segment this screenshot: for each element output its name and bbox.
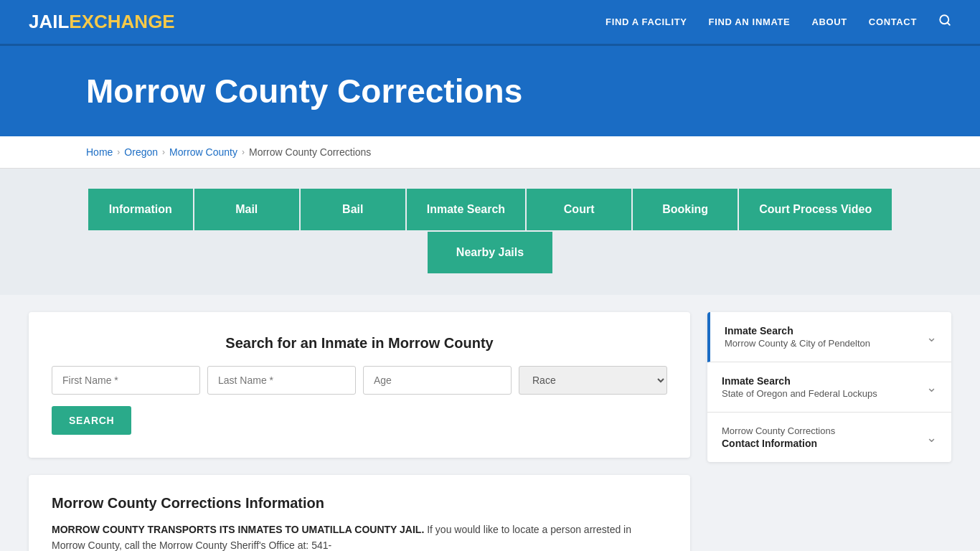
tab-court[interactable]: Court bbox=[527, 189, 633, 232]
nav-contact[interactable]: CONTACT bbox=[869, 17, 917, 27]
sidebar-item-left-2: Inmate Search State of Oregon and Federa… bbox=[722, 375, 877, 399]
breadcrumb-morrow-county[interactable]: Morrow County bbox=[169, 146, 237, 158]
info-title: Morrow County Corrections Information bbox=[52, 495, 667, 512]
right-panel: Inmate Search Morrow County & City of Pe… bbox=[707, 312, 951, 551]
sidebar-item-subtitle-2: State of Oregon and Federal Lockups bbox=[722, 388, 877, 399]
breadcrumb: Home › Oregon › Morrow County › Morrow C… bbox=[0, 136, 980, 169]
race-select[interactable]: Race bbox=[519, 366, 667, 395]
search-button[interactable]: SEARCH bbox=[52, 406, 131, 435]
sidebar-item-left-contact: Morrow County Corrections Contact Inform… bbox=[722, 425, 835, 449]
info-bold: MORROW COUNTY TRANSPORTS ITS INMATES TO … bbox=[52, 524, 424, 535]
logo-jail: JAIL bbox=[29, 11, 69, 33]
search-icon bbox=[938, 14, 951, 27]
nav-find-inmate[interactable]: FIND AN INMATE bbox=[709, 17, 791, 27]
tab-inmate-search[interactable]: Inmate Search bbox=[407, 189, 527, 232]
age-input[interactable] bbox=[363, 366, 512, 395]
breadcrumb-sep-1: › bbox=[117, 147, 120, 157]
sidebar-item-subtitle-1: Morrow County & City of Pendelton bbox=[725, 338, 870, 349]
sidebar-item-contact[interactable]: Morrow County Corrections Contact Inform… bbox=[707, 413, 951, 462]
left-panel: Search for an Inmate in Morrow County Ra… bbox=[29, 312, 690, 551]
site-logo[interactable]: JAILEXCHANGE bbox=[29, 11, 175, 33]
main-content: Search for an Inmate in Morrow County Ra… bbox=[0, 295, 980, 551]
chevron-down-icon-3: ⌄ bbox=[926, 430, 937, 446]
sidebar-item-inmate-search-local[interactable]: Inmate Search Morrow County & City of Pe… bbox=[707, 312, 951, 362]
navbar: JAILEXCHANGE FIND A FACILITY FIND AN INM… bbox=[0, 0, 980, 46]
hero-title: Morrow County Corrections bbox=[86, 72, 951, 110]
tab-court-process-video[interactable]: Court Process Video bbox=[739, 189, 892, 232]
search-icon-button[interactable] bbox=[938, 14, 951, 30]
breadcrumb-sep-2: › bbox=[162, 147, 165, 157]
info-body: MORROW COUNTY TRANSPORTS ITS INMATES TO … bbox=[52, 522, 667, 551]
breadcrumb-current: Morrow County Corrections bbox=[249, 146, 371, 158]
chevron-down-icon-1: ⌄ bbox=[926, 329, 937, 345]
nav-find-facility[interactable]: FIND A FACILITY bbox=[606, 17, 687, 27]
first-name-input[interactable] bbox=[52, 366, 200, 395]
search-fields: Race bbox=[52, 366, 667, 395]
tab-booking[interactable]: Booking bbox=[633, 189, 739, 232]
search-card: Search for an Inmate in Morrow County Ra… bbox=[29, 312, 690, 458]
hero-section: Morrow County Corrections bbox=[0, 46, 980, 136]
tab-mail[interactable]: Mail bbox=[194, 189, 301, 232]
sidebar-item-left-1: Inmate Search Morrow County & City of Pe… bbox=[725, 325, 870, 349]
tab-section: Information Mail Bail Inmate Search Cour… bbox=[0, 169, 980, 295]
sidebar-contact-sublabel: Contact Information bbox=[722, 438, 835, 449]
breadcrumb-oregon[interactable]: Oregon bbox=[124, 146, 158, 158]
tab-information[interactable]: Information bbox=[88, 189, 194, 232]
svg-line-1 bbox=[947, 22, 949, 24]
navbar-links: FIND A FACILITY FIND AN INMATE ABOUT CON… bbox=[606, 14, 951, 30]
nav-about[interactable]: ABOUT bbox=[811, 17, 847, 27]
tab-row-nearby: Nearby Jails bbox=[29, 232, 951, 275]
sidebar-item-inmate-search-state[interactable]: Inmate Search State of Oregon and Federa… bbox=[707, 362, 951, 413]
search-title: Search for an Inmate in Morrow County bbox=[52, 335, 667, 352]
info-card: Morrow County Corrections Information MO… bbox=[29, 475, 690, 551]
last-name-input[interactable] bbox=[207, 366, 356, 395]
logo-exchange: EXCHANGE bbox=[69, 11, 174, 33]
sidebar-card: Inmate Search Morrow County & City of Pe… bbox=[707, 312, 951, 462]
sidebar-item-title-1: Inmate Search bbox=[725, 325, 870, 336]
breadcrumb-sep-3: › bbox=[242, 147, 245, 157]
sidebar-item-title-2: Inmate Search bbox=[722, 375, 877, 387]
breadcrumb-home[interactable]: Home bbox=[86, 146, 113, 158]
tab-nearby-jails[interactable]: Nearby Jails bbox=[428, 232, 552, 275]
sidebar-contact-label: Morrow County Corrections bbox=[722, 425, 835, 436]
tab-bail[interactable]: Bail bbox=[301, 189, 407, 232]
tab-row-main: Information Mail Bail Inmate Search Cour… bbox=[29, 189, 951, 232]
chevron-down-icon-2: ⌄ bbox=[926, 380, 937, 395]
